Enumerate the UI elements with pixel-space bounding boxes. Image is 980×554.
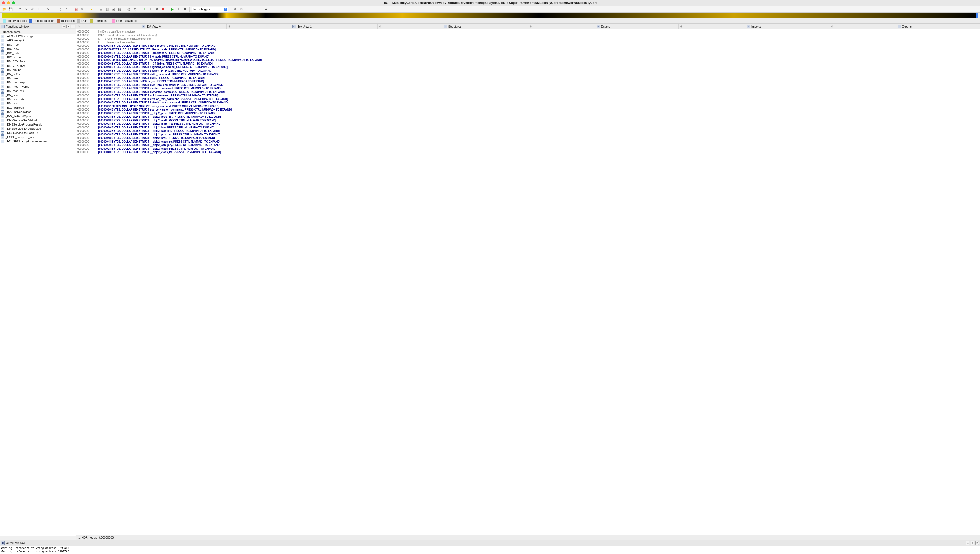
struct-line[interactable]: 00000000; [00000050 BYTES. COLLAPSED STR…: [76, 90, 980, 94]
struct-line[interactable]: 00000000; [0000DC88 BYTES. COLLAPSED STR…: [76, 48, 980, 51]
tab-imports[interactable]: ⊗IImports: [678, 24, 829, 29]
toolbar-play-button[interactable]: ▶: [170, 6, 175, 12]
toolbar-arrow-stack-button[interactable]: ⇵: [30, 6, 35, 12]
toolbar-exit-button[interactable]: ⏏: [263, 6, 268, 12]
toolbar-db-blue-button[interactable]: ▤: [98, 6, 103, 12]
function-row[interactable]: f_BN_bn2bin: [0, 72, 76, 76]
toolbar-hex-a-button[interactable]: A: [45, 6, 50, 12]
function-row[interactable]: f_ECDH_compute_key: [0, 135, 76, 139]
struct-line[interactable]: 00000000; [0000000C BYTES. COLLAPSED STR…: [76, 105, 980, 108]
struct-line[interactable]: 00000000; [00000048 BYTES. COLLAPSED STR…: [76, 65, 980, 69]
comment-line[interactable]: 00000000; D/A/* : create structure membe…: [76, 33, 980, 37]
toolbar-list-b-button[interactable]: ☲: [254, 6, 259, 12]
structures-view[interactable]: 00000000; Ins/Del : create/delete struct…: [76, 29, 980, 535]
function-row[interactable]: f_BN_new: [0, 93, 76, 97]
struct-line[interactable]: 00000000; [00000010 BYTES. COLLAPSED STR…: [76, 101, 980, 105]
struct-line[interactable]: 00000000; [00000010 BYTES. COLLAPSED STR…: [76, 108, 980, 111]
struct-line[interactable]: 00000000; [00000010 BYTES. COLLAPSED STR…: [76, 51, 980, 55]
toolbar-stop-button[interactable]: ⏹: [182, 6, 188, 12]
toolbar-colon-button[interactable]: :: [64, 6, 69, 12]
struct-line[interactable]: 00000000; [00000010 BYTES. COLLAPSED STR…: [76, 76, 980, 80]
struct-line[interactable]: 00000000; [00000050 BYTES. COLLAPSED STR…: [76, 69, 980, 73]
zoom-window-button[interactable]: [12, 1, 15, 5]
functions-list[interactable]: f_AES_ctr128_encryptf_AES_encryptf_BIO_f…: [0, 34, 76, 536]
function-row[interactable]: f_BN_free: [0, 76, 76, 80]
struct-line[interactable]: 00000000; [00000018 BYTES. COLLAPSED STR…: [76, 72, 980, 76]
struct-line[interactable]: 00000000; [00000030 BYTES. COLLAPSED STR…: [76, 143, 980, 147]
struct-line[interactable]: 00000000; [00000028 BYTES. COLLAPSED STR…: [76, 147, 980, 151]
struct-line[interactable]: 00000000; [00000010 BYTES. COLLAPSED STR…: [76, 111, 980, 115]
struct-line[interactable]: 00000000; [00000048 BYTES. COLLAPSED STR…: [76, 136, 980, 140]
toolbar-struct-x-button[interactable]: ▨: [117, 6, 122, 12]
function-row[interactable]: f_EC_GROUP_get_curve_name: [0, 139, 76, 143]
function-row[interactable]: f_BIO_puts: [0, 51, 76, 55]
struct-line[interactable]: 00000000; [00000010 BYTES. COLLAPSED STR…: [76, 55, 980, 59]
function-row[interactable]: f_BN_mod_mul: [0, 89, 76, 93]
struct-line[interactable]: 00000000; [00000030 BYTES. COLLAPSED STR…: [76, 83, 980, 87]
toolbar-semicolon-button[interactable]: ;: [58, 6, 63, 12]
tab-close-icon[interactable]: ⊗: [77, 25, 80, 28]
toolbar-circle-yellow-button[interactable]: ●: [89, 6, 94, 12]
output-text[interactable]: Warning: reference to wrong address 1293…: [0, 546, 980, 554]
toolbar-folder-open-button[interactable]: 📂: [2, 6, 7, 12]
tab-exports[interactable]: ⊗XExports: [830, 24, 980, 29]
struct-line[interactable]: 00000000; [00000048 BYTES. COLLAPSED STR…: [76, 140, 980, 143]
functions-hscrollbar[interactable]: [0, 536, 76, 540]
function-row[interactable]: f_BIO_new: [0, 47, 76, 51]
tab-close-icon[interactable]: ⊗: [228, 25, 231, 28]
toolbar-x-gray-button[interactable]: ✕: [154, 6, 160, 12]
function-row[interactable]: f_AES_encrypt: [0, 38, 76, 43]
function-row[interactable]: f_BN_bin2bn: [0, 68, 76, 72]
tab-enums[interactable]: ⊗EEnums: [528, 24, 678, 29]
struct-line[interactable]: 00000000; [00000004 BYTES. COLLAPSED UNI…: [76, 80, 980, 83]
function-row[interactable]: f_DNSServiceRefDeallocate: [0, 127, 76, 131]
function-row[interactable]: f_BZ2_bzReadClose: [0, 110, 76, 114]
tab-close-icon[interactable]: ⊗: [680, 25, 683, 28]
struct-line[interactable]: 00000000; [00000020 BYTES. COLLAPSED STR…: [76, 62, 980, 66]
debugger-selector[interactable]: No debugger: [192, 6, 228, 12]
function-row[interactable]: f_DNSServiceProcessResult: [0, 123, 76, 127]
toolbar-box-red-button[interactable]: ▦: [73, 6, 78, 12]
function-row[interactable]: f_BZ2_bzRead: [0, 105, 76, 110]
functions-column-header[interactable]: Function name: [0, 29, 76, 34]
function-row[interactable]: f_DNSServiceGetAddrInfo: [0, 118, 76, 123]
toolbar-target-x-button[interactable]: ⊘: [132, 6, 138, 12]
tab-structures[interactable]: ⊗AStructures: [378, 24, 528, 29]
struct-line[interactable]: 00000000; [0000001C BYTES. COLLAPSED UNI…: [76, 58, 980, 62]
function-row[interactable]: f_BN_CTX_new: [0, 64, 76, 68]
function-row[interactable]: f_BIO_free: [0, 43, 76, 47]
output-dock-button[interactable]: ▭: [966, 541, 969, 545]
struct-line[interactable]: 00000000; [00000008 BYTES. COLLAPSED STR…: [76, 44, 980, 48]
tab-close-icon[interactable]: ⊗: [529, 25, 532, 28]
minimize-window-button[interactable]: [7, 1, 10, 5]
struct-line[interactable]: 00000000; [00000010 BYTES. COLLAPSED STR…: [76, 97, 980, 101]
struct-line[interactable]: 00000000; [00000018 BYTES. COLLAPSED STR…: [76, 87, 980, 90]
struct-line[interactable]: 00000000; [00000018 BYTES. COLLAPSED STR…: [76, 119, 980, 123]
panel-close-button[interactable]: ✕: [71, 25, 75, 29]
output-menu-button[interactable]: ▾: [970, 541, 974, 545]
tab-ida-view-a[interactable]: ⊗IIDA View-A: [76, 24, 227, 29]
nav-position-marker[interactable]: [976, 13, 978, 18]
toolbar-plus-green-button[interactable]: ＋: [142, 6, 147, 12]
struct-line[interactable]: 00000000; [00000020 BYTES. COLLAPSED STR…: [76, 126, 980, 129]
toolbar-plus-gray-button[interactable]: ＋: [148, 6, 153, 12]
close-window-button[interactable]: [2, 1, 5, 5]
toolbar-window-a-button[interactable]: ⧉: [232, 6, 238, 12]
toolbar-text-t-button[interactable]: T: [51, 6, 57, 12]
toolbar-list-a-button[interactable]: ☰: [248, 6, 253, 12]
tab-close-icon[interactable]: ⊗: [378, 25, 382, 28]
struct-line[interactable]: 00000000; [00000008 BYTES. COLLAPSED STR…: [76, 129, 980, 133]
panel-dock-button[interactable]: ▭: [62, 25, 65, 29]
struct-line[interactable]: 00000000; [00000018 BYTES. COLLAPSED STR…: [76, 94, 980, 97]
toolbar-struct-button[interactable]: ▣: [111, 6, 116, 12]
panel-menu-button[interactable]: ▾: [67, 25, 70, 29]
function-row[interactable]: f_BIO_s_mem: [0, 55, 76, 59]
toolbar-save-button[interactable]: 💾: [8, 6, 13, 12]
toolbar-star-button[interactable]: ✳: [80, 6, 85, 12]
function-row[interactable]: f_BN_CTX_free: [0, 59, 76, 64]
tab-close-icon[interactable]: ⊗: [830, 25, 834, 28]
toolbar-arrow-down-button[interactable]: ↓: [36, 6, 41, 12]
struct-line[interactable]: 00000000; [00000040 BYTES. COLLAPSED STR…: [76, 150, 980, 154]
function-row[interactable]: f_AES_ctr128_encrypt: [0, 34, 76, 38]
comment-line[interactable]: 00000000; Ins/Del : create/delete struct…: [76, 30, 980, 33]
